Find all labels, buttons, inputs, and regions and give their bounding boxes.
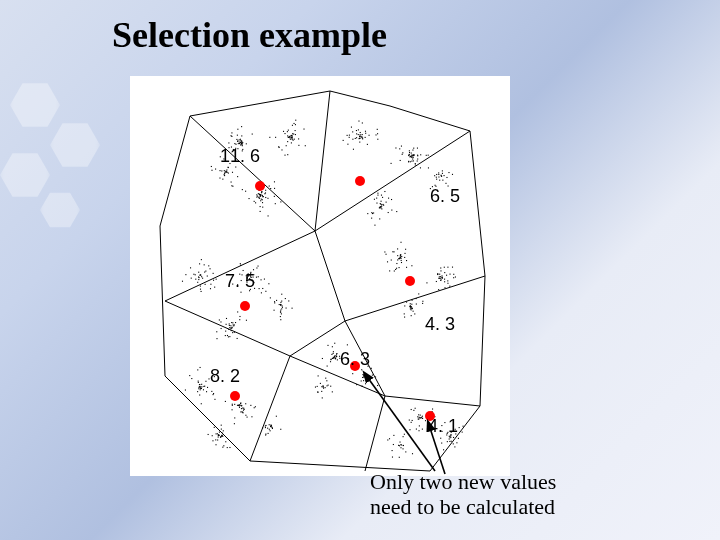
svg-rect-399	[231, 330, 232, 331]
svg-rect-413	[226, 324, 227, 325]
svg-rect-488	[438, 289, 439, 290]
svg-rect-273	[396, 211, 397, 212]
svg-rect-304	[448, 172, 449, 173]
svg-rect-494	[441, 275, 442, 276]
svg-rect-161	[226, 172, 227, 173]
svg-rect-569	[332, 346, 333, 347]
svg-rect-586	[361, 380, 362, 381]
svg-rect-597	[363, 377, 364, 378]
svg-rect-410	[228, 336, 229, 337]
svg-rect-286	[436, 177, 437, 178]
svg-rect-687	[243, 410, 244, 411]
svg-rect-209	[411, 161, 412, 162]
svg-rect-241	[410, 161, 411, 162]
svg-rect-255	[380, 203, 381, 204]
svg-rect-322	[207, 275, 208, 276]
svg-rect-44	[287, 141, 288, 142]
centroid-c5	[230, 391, 240, 401]
svg-rect-21	[240, 139, 241, 140]
svg-rect-160	[224, 173, 225, 174]
svg-rect-618	[315, 387, 316, 388]
svg-rect-602	[363, 376, 364, 377]
svg-rect-738	[272, 427, 273, 428]
svg-rect-219	[428, 155, 429, 156]
svg-rect-53	[288, 130, 289, 131]
svg-rect-296	[452, 174, 453, 175]
svg-rect-224	[399, 148, 400, 149]
svg-rect-695	[221, 429, 222, 430]
svg-rect-307	[442, 170, 443, 171]
svg-rect-107	[262, 195, 263, 196]
svg-rect-501	[449, 286, 450, 287]
svg-rect-429	[274, 301, 275, 302]
svg-rect-64	[269, 137, 270, 138]
svg-rect-615	[323, 386, 324, 387]
svg-rect-797	[456, 442, 457, 443]
svg-rect-524	[410, 303, 411, 304]
svg-rect-411	[234, 332, 235, 333]
svg-rect-636	[191, 378, 192, 379]
svg-rect-820	[389, 438, 390, 439]
svg-rect-194	[356, 137, 357, 138]
svg-rect-83	[298, 145, 299, 146]
svg-rect-549	[333, 353, 334, 354]
svg-rect-327	[214, 287, 215, 288]
svg-rect-468	[384, 251, 385, 252]
svg-rect-177	[362, 122, 363, 123]
svg-rect-16	[239, 139, 240, 140]
svg-rect-319	[195, 274, 196, 275]
svg-rect-759	[422, 416, 423, 417]
svg-rect-315	[191, 278, 192, 279]
svg-rect-505	[439, 274, 440, 275]
svg-rect-293	[438, 176, 439, 177]
svg-rect-625	[197, 391, 198, 392]
svg-rect-108	[261, 199, 262, 200]
svg-rect-655	[201, 388, 202, 389]
svg-rect-110	[260, 194, 261, 195]
svg-rect-78	[284, 133, 285, 134]
svg-rect-627	[197, 369, 198, 370]
svg-rect-121	[262, 202, 263, 203]
svg-rect-198	[365, 131, 366, 132]
svg-rect-287	[428, 167, 429, 168]
svg-rect-713	[215, 444, 216, 445]
svg-rect-762	[422, 429, 423, 430]
svg-rect-758	[409, 429, 410, 430]
svg-rect-512	[444, 281, 445, 282]
svg-rect-714	[222, 447, 223, 448]
svg-rect-551	[322, 358, 323, 359]
svg-rect-201	[358, 134, 359, 135]
svg-rect-507	[441, 279, 442, 280]
svg-rect-663	[234, 417, 235, 418]
svg-rect-193	[356, 130, 357, 131]
svg-rect-174	[351, 127, 352, 128]
svg-rect-773	[421, 417, 422, 418]
svg-rect-214	[402, 152, 403, 153]
svg-rect-205	[409, 152, 410, 153]
svg-rect-276	[374, 199, 375, 200]
svg-rect-385	[240, 265, 241, 266]
svg-rect-158	[215, 168, 216, 169]
svg-rect-495	[452, 267, 453, 268]
svg-rect-247	[400, 160, 401, 161]
svg-rect-279	[379, 207, 380, 208]
svg-rect-154	[224, 174, 225, 175]
svg-rect-785	[453, 443, 454, 444]
svg-rect-159	[226, 171, 227, 172]
svg-rect-263	[388, 198, 389, 199]
svg-rect-716	[214, 427, 215, 428]
svg-rect-40	[290, 139, 291, 140]
svg-rect-100	[265, 190, 266, 191]
svg-rect-260	[381, 204, 382, 205]
svg-rect-202	[369, 135, 370, 136]
svg-rect-823	[412, 453, 413, 454]
svg-rect-736	[270, 430, 271, 431]
svg-rect-461	[397, 255, 398, 256]
svg-rect-148	[228, 173, 229, 174]
svg-rect-236	[412, 155, 413, 156]
svg-rect-814	[403, 436, 404, 437]
svg-rect-251	[381, 195, 382, 196]
svg-rect-563	[327, 345, 328, 346]
svg-rect-79	[291, 138, 292, 139]
svg-rect-626	[213, 393, 214, 394]
